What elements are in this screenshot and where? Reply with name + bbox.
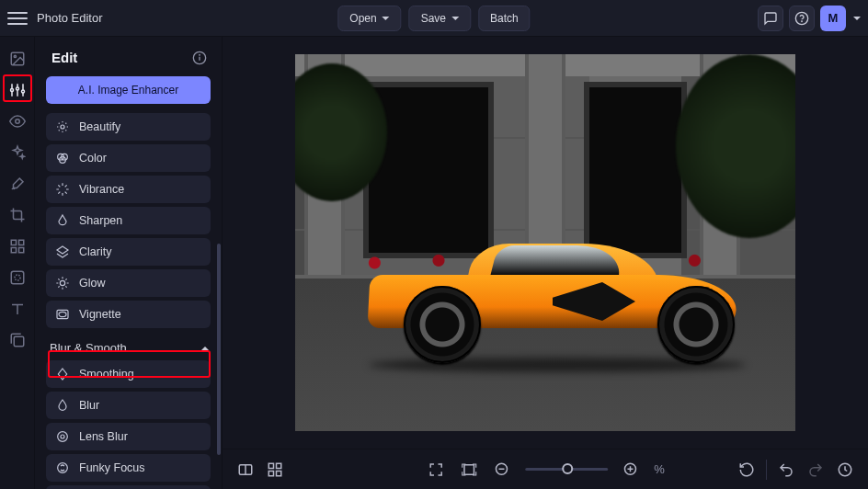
top-center-buttons: Open Save Batch <box>337 6 530 31</box>
app-title: Photo Editor <box>37 11 103 25</box>
section-label: Blur & Smooth <box>50 341 127 355</box>
effect-label: Sharpen <box>79 214 122 227</box>
effect-color[interactable]: Color <box>46 144 211 172</box>
svg-point-25 <box>58 432 68 442</box>
rail-grid-icon[interactable] <box>6 235 29 257</box>
svg-point-5 <box>16 87 18 90</box>
edit-panel: Edit A.I. Image Enhancer Beautify Color … <box>35 37 223 489</box>
compare-icon[interactable] <box>235 460 256 480</box>
rail-texture-icon[interactable] <box>6 267 29 289</box>
rail-adjust-icon[interactable] <box>6 79 29 101</box>
help-icon <box>794 11 809 26</box>
svg-point-24 <box>59 312 66 316</box>
rail-sparkles-icon[interactable] <box>6 142 29 164</box>
undo-icon[interactable] <box>776 460 796 480</box>
chevron-down-icon <box>383 17 390 20</box>
effect-vignette[interactable]: Vignette <box>46 301 211 328</box>
effect-beautify[interactable]: Beautify <box>46 113 211 141</box>
svg-point-26 <box>61 435 64 438</box>
rail-layers-icon[interactable] <box>6 329 29 351</box>
svg-point-4 <box>10 89 13 92</box>
feedback-button[interactable] <box>758 6 783 31</box>
effect-label: Blur <box>79 399 99 412</box>
info-icon[interactable] <box>192 51 207 65</box>
rotate-icon[interactable] <box>737 460 757 480</box>
avatar-initial: M <box>828 11 839 25</box>
effect-glow[interactable]: Glow <box>46 269 211 297</box>
rail-image-icon[interactable] <box>6 48 29 70</box>
chat-icon <box>763 11 778 26</box>
zoom-out-icon[interactable] <box>492 460 512 480</box>
canvas[interactable] <box>223 37 868 449</box>
svg-point-27 <box>58 463 68 473</box>
ai-enhancer-button[interactable]: A.I. Image Enhancer <box>46 76 211 104</box>
rail-eye-icon[interactable] <box>6 110 29 132</box>
rail-text-icon[interactable] <box>6 298 29 320</box>
zoom-in-icon[interactable] <box>621 460 641 480</box>
svg-rect-8 <box>11 240 16 244</box>
fullscreen-icon[interactable] <box>426 460 446 480</box>
panel-scrollbar[interactable] <box>217 244 221 455</box>
svg-point-0 <box>795 12 807 24</box>
section-blur-smooth[interactable]: Blur & Smooth <box>35 332 222 360</box>
effect-clarity[interactable]: Clarity <box>46 238 211 266</box>
svg-point-18 <box>61 125 64 129</box>
rail-brush-icon[interactable] <box>6 173 29 195</box>
rail-crop-icon[interactable] <box>6 204 29 226</box>
history-icon[interactable] <box>835 460 855 480</box>
fit-icon[interactable] <box>459 460 479 480</box>
blur-lens-blur[interactable]: Lens Blur <box>46 423 211 450</box>
open-label: Open <box>349 12 376 25</box>
svg-point-22 <box>60 280 64 285</box>
blur-funky-focus[interactable]: Funky Focus <box>46 454 211 482</box>
blur-soften[interactable]: Soften <box>46 485 211 489</box>
bottom-toolbar: % <box>223 449 868 489</box>
effect-sharpen[interactable]: Sharpen <box>46 207 211 234</box>
divider <box>766 460 767 480</box>
grid-view-icon[interactable] <box>265 460 285 480</box>
effects-list: Beautify Color Vibrance Sharpen Clarity … <box>35 113 222 328</box>
chevron-up-icon <box>201 347 209 350</box>
help-button[interactable] <box>789 6 815 31</box>
svg-rect-33 <box>277 463 281 468</box>
save-label: Save <box>421 12 446 25</box>
tool-rail <box>0 37 35 489</box>
svg-point-17 <box>200 54 200 55</box>
svg-rect-9 <box>18 240 23 244</box>
blur-blur[interactable]: Blur <box>46 392 211 419</box>
hamburger-icon[interactable] <box>7 8 28 28</box>
batch-label: Batch <box>490 12 519 25</box>
svg-point-1 <box>802 21 803 22</box>
batch-button[interactable]: Batch <box>478 6 531 31</box>
svg-rect-14 <box>14 336 24 347</box>
panel-title: Edit <box>51 50 77 65</box>
effect-label: Color <box>79 152 107 165</box>
top-right: M <box>758 6 861 31</box>
svg-rect-32 <box>268 463 273 468</box>
photo-preview <box>295 54 795 431</box>
blur-list: Smoothing Blur Lens Blur Funky Focus Sof… <box>35 360 222 489</box>
effect-label: Vibrance <box>79 183 124 196</box>
account-menu-chevron-icon[interactable] <box>853 17 861 20</box>
svg-rect-34 <box>268 471 273 475</box>
effect-label: Beautify <box>79 120 120 133</box>
effect-label: Glow <box>79 277 105 290</box>
svg-point-3 <box>14 55 16 57</box>
save-button[interactable]: Save <box>409 6 471 31</box>
avatar[interactable]: M <box>820 6 846 31</box>
svg-rect-12 <box>11 271 24 284</box>
effect-label: Clarity <box>79 245 111 258</box>
svg-rect-35 <box>277 471 281 475</box>
effect-vibrance[interactable]: Vibrance <box>46 176 211 203</box>
chevron-down-icon <box>451 17 459 20</box>
svg-point-7 <box>15 119 19 124</box>
zoom-slider[interactable] <box>525 468 608 471</box>
svg-rect-11 <box>18 248 23 253</box>
effect-label: Smoothing <box>79 368 134 381</box>
zoom-percent-label: % <box>654 462 665 476</box>
effect-label: Vignette <box>79 308 121 321</box>
blur-smoothing[interactable]: Smoothing <box>46 360 211 388</box>
svg-point-6 <box>21 90 24 93</box>
open-button[interactable]: Open <box>337 6 401 31</box>
redo-icon[interactable] <box>805 460 826 480</box>
